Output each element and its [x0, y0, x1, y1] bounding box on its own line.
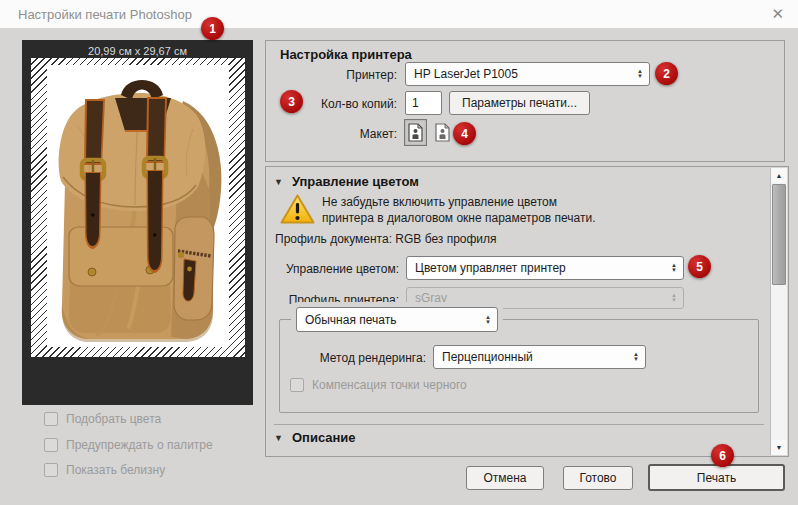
match-colors-checkbox — [44, 412, 58, 426]
print-mode-select[interactable]: Обычная печать ▲ ▼ — [296, 307, 498, 332]
annotation-badge-5: 5 — [688, 255, 711, 278]
print-button[interactable]: Печать — [648, 464, 785, 491]
annotation-badge-3: 3 — [280, 90, 303, 113]
color-management-panel: ▼ Управление цветом Не забудьте включить… — [265, 166, 789, 457]
checkbox-row-gamut-warning: Предупреждать о палитре — [44, 438, 213, 452]
collapse-triangle-icon[interactable]: ▼ — [274, 177, 283, 187]
black-point-label: Компенсация точки черного — [312, 378, 467, 392]
show-paper-white-label: Показать белизну — [66, 463, 165, 477]
print-settings-dialog: Настройки печати Photoshop ✕ 1 2 3 4 5 6… — [0, 0, 798, 505]
color-handling-value: Цветом управляет принтер — [415, 261, 667, 275]
description-header[interactable]: ▼ Описание — [274, 430, 356, 445]
warning-message: Не забудьте включить управление цветом п… — [322, 194, 596, 226]
cancel-button[interactable]: Отмена — [466, 466, 544, 490]
color-management-title: Управление цветом — [292, 174, 419, 189]
spinner-arrows-icon: ▲ ▼ — [633, 352, 639, 362]
collapse-triangle-icon[interactable]: ▼ — [274, 433, 283, 443]
printer-select-value: HP LaserJet P1005 — [414, 67, 633, 81]
spinner-arrows-icon: ▲ ▼ — [485, 315, 491, 325]
warning-line-1: Не забудьте включить управление цветом — [322, 194, 596, 210]
close-icon[interactable]: ✕ — [771, 5, 784, 23]
rendering-intent-select[interactable]: Перцепционный ▲ ▼ — [433, 345, 646, 369]
annotation-badge-2: 2 — [655, 62, 678, 85]
printer-profile-select: sGray ▲ ▼ — [406, 287, 684, 309]
printer-profile-value: sGray — [415, 291, 667, 305]
layout-landscape-button[interactable] — [431, 119, 454, 146]
color-handling-select[interactable]: Цветом управляет принтер ▲ ▼ — [406, 256, 684, 280]
scroll-up-icon[interactable]: ▲ — [771, 168, 787, 183]
match-colors-label: Подобрать цвета — [66, 412, 161, 426]
warning-icon — [279, 193, 316, 226]
spinner-arrows-icon: ▲ ▼ — [671, 263, 677, 273]
print-params-button[interactable]: Параметры печати... — [449, 91, 590, 115]
gamut-warning-checkbox — [44, 438, 58, 452]
document-profile-text: Профиль документа: RGB без профиля — [275, 232, 497, 246]
printer-profile-label: Профиль принтера: — [266, 293, 399, 307]
gamut-warning-label: Предупреждать о палитре — [66, 438, 213, 452]
scrollbar-thumb[interactable] — [772, 184, 786, 285]
color-handling-label: Управление цветом: — [266, 262, 399, 276]
layout-label: Макет: — [200, 127, 397, 141]
window-title: Настройки печати Photoshop — [18, 7, 192, 22]
scrollbar[interactable]: ▲ ▼ — [770, 168, 787, 455]
show-paper-white-checkbox — [44, 463, 58, 477]
annotation-badge-4: 4 — [453, 122, 476, 145]
printer-setup-title: Настройка принтера — [280, 47, 412, 62]
black-point-checkbox — [290, 378, 304, 392]
done-button[interactable]: Готово — [563, 466, 633, 490]
spinner-arrows-icon: ▲ ▼ — [671, 293, 677, 303]
printer-select[interactable]: HP LaserJet P1005 ▲ ▼ — [405, 62, 650, 86]
rendering-intent-value: Перцепционный — [442, 350, 629, 364]
page-landscape-person-icon — [435, 123, 450, 142]
title-bar: Настройки печати Photoshop ✕ — [0, 0, 798, 28]
spinner-arrows-icon: ▲ ▼ — [637, 69, 643, 79]
color-management-header[interactable]: ▼ Управление цветом — [274, 174, 419, 189]
description-title: Описание — [292, 430, 356, 445]
copies-input[interactable] — [405, 91, 442, 115]
print-preview-panel: 20,99 см x 29,67 см — [22, 40, 253, 405]
scroll-down-icon[interactable]: ▼ — [771, 440, 787, 455]
print-mode-value: Обычная печать — [305, 313, 481, 327]
page-portrait-person-icon — [408, 123, 423, 142]
checkbox-row-match-colors: Подобрать цвета — [44, 412, 161, 426]
printer-label: Принтер: — [200, 68, 397, 82]
layout-portrait-button[interactable] — [404, 119, 427, 146]
annotation-badge-6: 6 — [711, 444, 734, 467]
warning-line-2: принтера в диалоговом окне параметров пе… — [322, 210, 596, 226]
rendering-intent-label: Метод рендеринга: — [286, 351, 426, 365]
annotation-badge-1: 1 — [201, 17, 224, 40]
checkbox-row-show-paper-white: Показать белизну — [44, 463, 165, 477]
preview-dimensions: 20,99 см x 29,67 см — [22, 45, 253, 57]
section-divider — [274, 424, 764, 425]
checkbox-row-black-point: Компенсация точки черного — [290, 378, 467, 392]
